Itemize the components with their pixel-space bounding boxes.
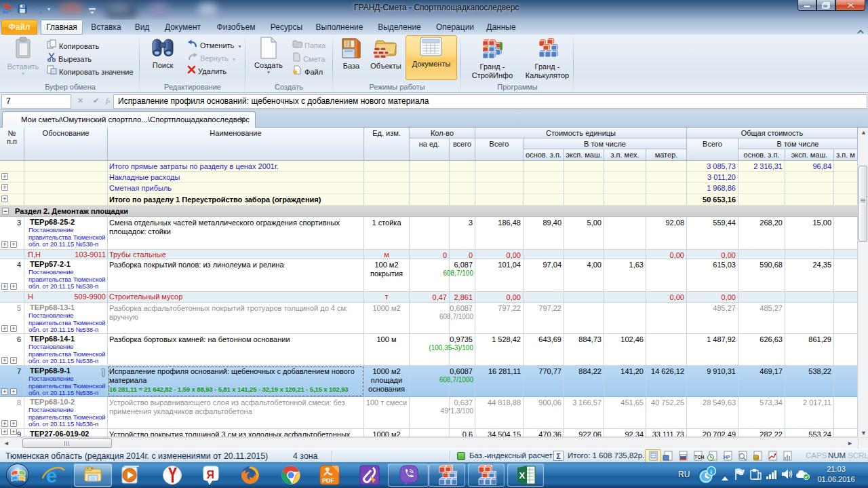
svg-text:ТСН: ТСН bbox=[694, 455, 704, 459]
svg-text:PDF: PDF bbox=[322, 477, 335, 484]
svg-text:НР: НР bbox=[724, 455, 730, 459]
svg-text:e: e bbox=[46, 465, 57, 485]
svg-text:X: X bbox=[519, 470, 526, 481]
svg-text:Я: Я bbox=[207, 469, 215, 481]
